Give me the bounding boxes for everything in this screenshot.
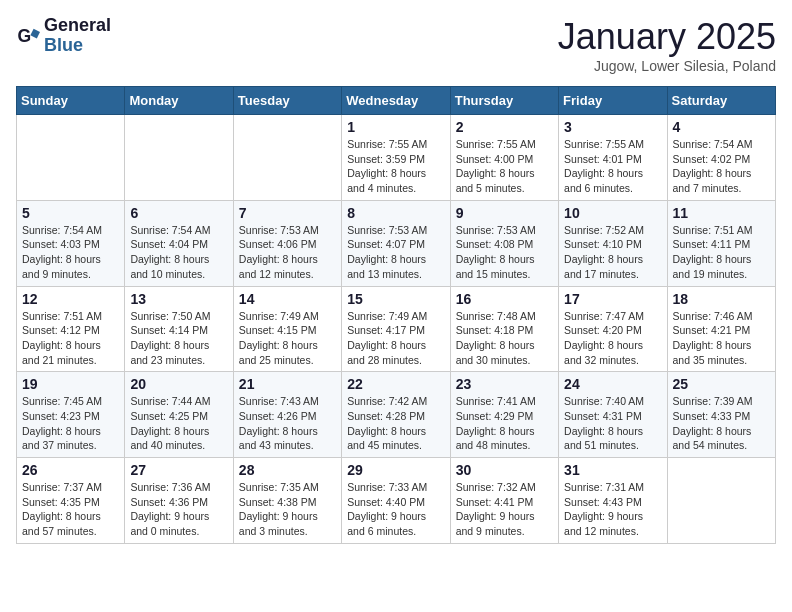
day-number: 4 bbox=[673, 119, 770, 135]
day-cell: 15Sunrise: 7:49 AMSunset: 4:17 PMDayligh… bbox=[342, 286, 450, 372]
day-number: 15 bbox=[347, 291, 444, 307]
day-info: Sunrise: 7:35 AMSunset: 4:38 PMDaylight:… bbox=[239, 480, 336, 539]
day-number: 10 bbox=[564, 205, 661, 221]
day-number: 30 bbox=[456, 462, 553, 478]
day-cell: 9Sunrise: 7:53 AMSunset: 4:08 PMDaylight… bbox=[450, 200, 558, 286]
day-cell: 13Sunrise: 7:50 AMSunset: 4:14 PMDayligh… bbox=[125, 286, 233, 372]
day-cell: 8Sunrise: 7:53 AMSunset: 4:07 PMDaylight… bbox=[342, 200, 450, 286]
day-cell bbox=[233, 115, 341, 201]
week-row-2: 5Sunrise: 7:54 AMSunset: 4:03 PMDaylight… bbox=[17, 200, 776, 286]
logo-icon: G bbox=[16, 24, 40, 48]
day-info: Sunrise: 7:44 AMSunset: 4:25 PMDaylight:… bbox=[130, 394, 227, 453]
day-cell: 17Sunrise: 7:47 AMSunset: 4:20 PMDayligh… bbox=[559, 286, 667, 372]
day-cell: 25Sunrise: 7:39 AMSunset: 4:33 PMDayligh… bbox=[667, 372, 775, 458]
day-info: Sunrise: 7:53 AMSunset: 4:06 PMDaylight:… bbox=[239, 223, 336, 282]
day-info: Sunrise: 7:49 AMSunset: 4:15 PMDaylight:… bbox=[239, 309, 336, 368]
day-info: Sunrise: 7:33 AMSunset: 4:40 PMDaylight:… bbox=[347, 480, 444, 539]
day-cell: 26Sunrise: 7:37 AMSunset: 4:35 PMDayligh… bbox=[17, 458, 125, 544]
calendar-subtitle: Jugow, Lower Silesia, Poland bbox=[558, 58, 776, 74]
week-row-3: 12Sunrise: 7:51 AMSunset: 4:12 PMDayligh… bbox=[17, 286, 776, 372]
weekday-header-sunday: Sunday bbox=[17, 87, 125, 115]
day-cell: 29Sunrise: 7:33 AMSunset: 4:40 PMDayligh… bbox=[342, 458, 450, 544]
day-cell bbox=[125, 115, 233, 201]
week-row-4: 19Sunrise: 7:45 AMSunset: 4:23 PMDayligh… bbox=[17, 372, 776, 458]
day-info: Sunrise: 7:53 AMSunset: 4:07 PMDaylight:… bbox=[347, 223, 444, 282]
day-info: Sunrise: 7:54 AMSunset: 4:04 PMDaylight:… bbox=[130, 223, 227, 282]
svg-text:G: G bbox=[18, 25, 32, 45]
day-number: 1 bbox=[347, 119, 444, 135]
weekday-header-friday: Friday bbox=[559, 87, 667, 115]
day-number: 20 bbox=[130, 376, 227, 392]
day-number: 13 bbox=[130, 291, 227, 307]
day-number: 19 bbox=[22, 376, 119, 392]
weekday-header-tuesday: Tuesday bbox=[233, 87, 341, 115]
day-info: Sunrise: 7:43 AMSunset: 4:26 PMDaylight:… bbox=[239, 394, 336, 453]
day-info: Sunrise: 7:32 AMSunset: 4:41 PMDaylight:… bbox=[456, 480, 553, 539]
day-info: Sunrise: 7:54 AMSunset: 4:03 PMDaylight:… bbox=[22, 223, 119, 282]
weekday-header-thursday: Thursday bbox=[450, 87, 558, 115]
day-number: 9 bbox=[456, 205, 553, 221]
day-number: 11 bbox=[673, 205, 770, 221]
day-info: Sunrise: 7:49 AMSunset: 4:17 PMDaylight:… bbox=[347, 309, 444, 368]
day-info: Sunrise: 7:41 AMSunset: 4:29 PMDaylight:… bbox=[456, 394, 553, 453]
day-number: 8 bbox=[347, 205, 444, 221]
weekday-header-saturday: Saturday bbox=[667, 87, 775, 115]
day-cell: 23Sunrise: 7:41 AMSunset: 4:29 PMDayligh… bbox=[450, 372, 558, 458]
day-cell: 22Sunrise: 7:42 AMSunset: 4:28 PMDayligh… bbox=[342, 372, 450, 458]
day-cell: 11Sunrise: 7:51 AMSunset: 4:11 PMDayligh… bbox=[667, 200, 775, 286]
day-cell bbox=[17, 115, 125, 201]
day-cell: 30Sunrise: 7:32 AMSunset: 4:41 PMDayligh… bbox=[450, 458, 558, 544]
day-number: 23 bbox=[456, 376, 553, 392]
logo-text-general: General bbox=[44, 16, 111, 36]
weekday-header-monday: Monday bbox=[125, 87, 233, 115]
day-number: 29 bbox=[347, 462, 444, 478]
day-cell: 14Sunrise: 7:49 AMSunset: 4:15 PMDayligh… bbox=[233, 286, 341, 372]
day-number: 18 bbox=[673, 291, 770, 307]
day-info: Sunrise: 7:39 AMSunset: 4:33 PMDaylight:… bbox=[673, 394, 770, 453]
day-info: Sunrise: 7:42 AMSunset: 4:28 PMDaylight:… bbox=[347, 394, 444, 453]
day-cell: 28Sunrise: 7:35 AMSunset: 4:38 PMDayligh… bbox=[233, 458, 341, 544]
title-section: January 2025 Jugow, Lower Silesia, Polan… bbox=[558, 16, 776, 74]
day-info: Sunrise: 7:52 AMSunset: 4:10 PMDaylight:… bbox=[564, 223, 661, 282]
day-info: Sunrise: 7:51 AMSunset: 4:11 PMDaylight:… bbox=[673, 223, 770, 282]
day-cell: 10Sunrise: 7:52 AMSunset: 4:10 PMDayligh… bbox=[559, 200, 667, 286]
day-cell: 27Sunrise: 7:36 AMSunset: 4:36 PMDayligh… bbox=[125, 458, 233, 544]
header: G General Blue January 2025 Jugow, Lower… bbox=[16, 16, 776, 74]
calendar-title: January 2025 bbox=[558, 16, 776, 58]
day-number: 3 bbox=[564, 119, 661, 135]
day-cell bbox=[667, 458, 775, 544]
day-info: Sunrise: 7:54 AMSunset: 4:02 PMDaylight:… bbox=[673, 137, 770, 196]
day-info: Sunrise: 7:31 AMSunset: 4:43 PMDaylight:… bbox=[564, 480, 661, 539]
day-info: Sunrise: 7:51 AMSunset: 4:12 PMDaylight:… bbox=[22, 309, 119, 368]
day-number: 7 bbox=[239, 205, 336, 221]
day-cell: 12Sunrise: 7:51 AMSunset: 4:12 PMDayligh… bbox=[17, 286, 125, 372]
day-info: Sunrise: 7:55 AMSunset: 3:59 PMDaylight:… bbox=[347, 137, 444, 196]
svg-marker-1 bbox=[30, 29, 40, 39]
day-info: Sunrise: 7:40 AMSunset: 4:31 PMDaylight:… bbox=[564, 394, 661, 453]
day-cell: 24Sunrise: 7:40 AMSunset: 4:31 PMDayligh… bbox=[559, 372, 667, 458]
day-cell: 19Sunrise: 7:45 AMSunset: 4:23 PMDayligh… bbox=[17, 372, 125, 458]
day-cell: 3Sunrise: 7:55 AMSunset: 4:01 PMDaylight… bbox=[559, 115, 667, 201]
day-cell: 7Sunrise: 7:53 AMSunset: 4:06 PMDaylight… bbox=[233, 200, 341, 286]
day-number: 26 bbox=[22, 462, 119, 478]
weekday-header-wednesday: Wednesday bbox=[342, 87, 450, 115]
day-cell: 20Sunrise: 7:44 AMSunset: 4:25 PMDayligh… bbox=[125, 372, 233, 458]
day-number: 2 bbox=[456, 119, 553, 135]
day-number: 22 bbox=[347, 376, 444, 392]
day-number: 31 bbox=[564, 462, 661, 478]
logo: G General Blue bbox=[16, 16, 111, 56]
day-cell: 1Sunrise: 7:55 AMSunset: 3:59 PMDaylight… bbox=[342, 115, 450, 201]
calendar-table: SundayMondayTuesdayWednesdayThursdayFrid… bbox=[16, 86, 776, 544]
day-info: Sunrise: 7:50 AMSunset: 4:14 PMDaylight:… bbox=[130, 309, 227, 368]
day-info: Sunrise: 7:47 AMSunset: 4:20 PMDaylight:… bbox=[564, 309, 661, 368]
day-cell: 6Sunrise: 7:54 AMSunset: 4:04 PMDaylight… bbox=[125, 200, 233, 286]
week-row-5: 26Sunrise: 7:37 AMSunset: 4:35 PMDayligh… bbox=[17, 458, 776, 544]
day-number: 24 bbox=[564, 376, 661, 392]
day-cell: 4Sunrise: 7:54 AMSunset: 4:02 PMDaylight… bbox=[667, 115, 775, 201]
day-cell: 21Sunrise: 7:43 AMSunset: 4:26 PMDayligh… bbox=[233, 372, 341, 458]
day-info: Sunrise: 7:48 AMSunset: 4:18 PMDaylight:… bbox=[456, 309, 553, 368]
day-number: 21 bbox=[239, 376, 336, 392]
day-info: Sunrise: 7:55 AMSunset: 4:01 PMDaylight:… bbox=[564, 137, 661, 196]
day-cell: 31Sunrise: 7:31 AMSunset: 4:43 PMDayligh… bbox=[559, 458, 667, 544]
logo-text-blue: Blue bbox=[44, 36, 111, 56]
